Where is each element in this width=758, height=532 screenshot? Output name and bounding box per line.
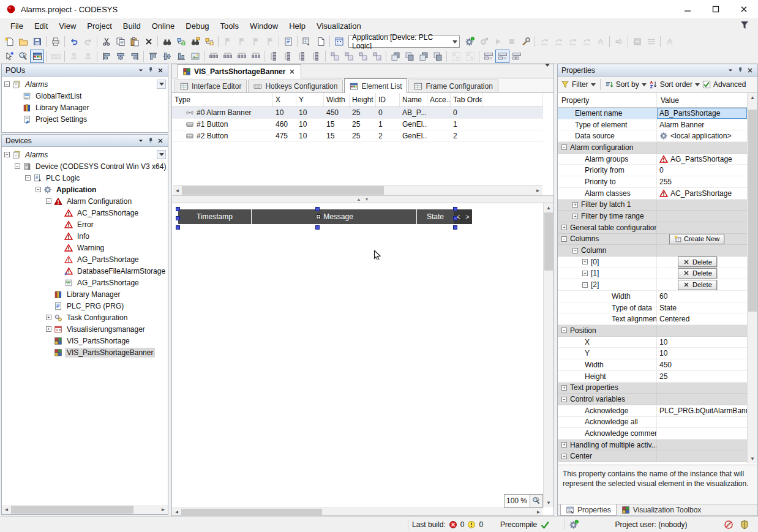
increase-horizontal-spacing-button[interactable] (220, 50, 235, 63)
property-expander[interactable]: + (561, 225, 567, 230)
menu-debug[interactable]: Debug (180, 18, 214, 34)
selection-handle[interactable] (315, 207, 320, 211)
group-elements-button[interactable] (449, 50, 463, 63)
advanced-checkbox[interactable]: Advanced (702, 80, 746, 89)
tree-item-ag-partsshortage[interactable]: AG_PartsShortage (2, 253, 168, 265)
insert-object-dropdown-button[interactable] (299, 35, 313, 48)
zoom-level[interactable]: 100 % (505, 495, 530, 507)
list-view-details-button[interactable] (495, 50, 509, 63)
bring-to-front-button[interactable] (388, 50, 402, 63)
logout-button[interactable] (476, 35, 490, 48)
tree-item-alarms[interactable]: −Alarms (2, 149, 168, 160)
column-header-type[interactable]: Type (172, 93, 273, 107)
background-image-button[interactable] (188, 50, 202, 63)
cut-button[interactable] (99, 35, 113, 48)
element-list-horizontal-scrollbar[interactable]: ◄► (173, 185, 542, 195)
scroll-right-arrow[interactable]: ► (533, 185, 542, 195)
property-expander[interactable]: − (561, 236, 567, 242)
menu-view[interactable]: View (53, 18, 81, 34)
property-row-handling-of-multiple-activ-[interactable]: +Handling of multiple activ... (558, 440, 747, 451)
chevron-down-icon[interactable] (157, 150, 166, 159)
property-row-columns[interactable]: −ColumnsCreate New (558, 234, 747, 245)
tree-expander[interactable]: − (4, 81, 10, 87)
remove-horizontal-spacing-button[interactable] (249, 50, 263, 63)
anchor-plus-icon[interactable] (315, 213, 322, 220)
property-expander[interactable]: + (572, 214, 578, 219)
property-row--0-[interactable]: +[0]Delete (558, 257, 747, 268)
find-in-project-button[interactable] (188, 35, 202, 48)
replace-in-project-button[interactable] (202, 35, 216, 48)
ungroup-elements-button[interactable] (463, 50, 477, 63)
open-project-button[interactable] (16, 35, 30, 48)
send-backward-button[interactable] (430, 50, 445, 63)
tree-item-vis-partsshortagebanner[interactable]: VIS_PartsShortageBanner (2, 347, 168, 358)
scroll-thumb[interactable] (544, 212, 553, 271)
column-header-x[interactable]: X (273, 93, 296, 107)
tree-item-device-codesys-control-win-v3-x64-[interactable]: −Device (CODESYS Control Win V3 x64) (2, 160, 168, 172)
send-to-back-button[interactable] (402, 50, 416, 63)
zoom-selection-tool-button[interactable] (16, 50, 30, 63)
property-row-general-table-configuration[interactable]: +General table configuration (558, 222, 747, 234)
active-application-combo[interactable]: Application [Device: PLC Logic] (348, 36, 460, 48)
property-expander[interactable]: + (561, 385, 567, 391)
minimize-button[interactable] (674, 0, 702, 18)
bottom-tab-properties[interactable]: Properties (560, 504, 617, 515)
copy-button[interactable] (113, 35, 127, 48)
column-header-name[interactable]: Name (400, 93, 427, 107)
editor-tab-vis-partsshortagebanner[interactable]: VIS_PartsShortageBanner (177, 64, 301, 78)
paste-object-button[interactable] (281, 35, 295, 48)
property-row-alarm-classes[interactable]: Alarm classesAC_PartsShortage (558, 188, 747, 200)
property-row-width[interactable]: Width450 (558, 359, 747, 371)
property-row-type-of-element[interactable]: Type of elementAlarm Banner (558, 119, 747, 131)
panel-menu-icon[interactable] (136, 136, 146, 146)
property-row-center[interactable]: +Center (558, 451, 747, 463)
save-button[interactable] (30, 35, 44, 48)
decrease-vertical-spacing-button[interactable] (295, 50, 309, 63)
tree-item-vis-partsshortage[interactable]: VIS_PartsShortage (2, 335, 168, 347)
increase-vertical-spacing-button[interactable] (281, 50, 295, 63)
column-header-acce-[interactable]: Acce... (427, 93, 451, 107)
property-row-alarm-configuration[interactable]: −Alarm configuration (558, 142, 747, 154)
chevron-down-icon[interactable] (157, 80, 166, 89)
bring-forward-button[interactable] (416, 50, 430, 63)
selection-handle[interactable] (453, 225, 457, 230)
step-out-button[interactable] (565, 35, 579, 48)
element-row[interactable]: #0 Alarm Banner1010450250AB_P...0 (172, 107, 543, 119)
tree-item-task-configuration[interactable]: +Task Configuration (2, 312, 168, 323)
menu-file[interactable]: File (5, 18, 29, 34)
list-view-icons-button[interactable] (509, 50, 523, 63)
property-row-y[interactable]: Y10 (558, 348, 747, 359)
hotkeys-view-button[interactable] (48, 50, 62, 63)
delete-button[interactable] (141, 35, 156, 48)
tree-item-alarms[interactable]: −Alarms (2, 78, 168, 90)
property-row-height[interactable]: Height25 (558, 371, 747, 383)
scroll-up-arrow[interactable]: ▲ (748, 93, 757, 102)
next-bookmark-button[interactable] (249, 35, 263, 48)
property-row-column[interactable]: −Column (558, 245, 747, 257)
paste-button[interactable] (127, 35, 141, 48)
close-icon[interactable] (745, 66, 755, 75)
start-button[interactable] (490, 35, 505, 48)
property-row-filter-by-latch-1[interactable]: +Filter by latch 1 (558, 200, 747, 211)
tree-item-library-manager[interactable]: Library Manager (2, 102, 168, 113)
force-values-button[interactable] (630, 35, 644, 48)
property-row-x[interactable]: X10 (558, 337, 747, 348)
select-element-tool-button[interactable] (2, 50, 16, 63)
chevron-down-icon[interactable] (451, 36, 459, 47)
delete-button[interactable]: Delete (678, 268, 717, 279)
property-row-type-of-data[interactable]: Type of dataState (558, 302, 747, 314)
align-center-vertical-button[interactable] (160, 50, 174, 63)
tree-item-ac-partsshortage[interactable]: AC_PartsShortage (2, 207, 168, 219)
splitter-handle[interactable]: ▲▼ (172, 195, 553, 203)
property-row-acknowledge-all[interactable]: Acknowledge all (558, 417, 747, 429)
bottom-tab-visualization-toolbox[interactable]: Visualization Toolbox (617, 504, 707, 515)
new-project-button[interactable] (2, 35, 16, 48)
tree-item-error[interactable]: Error (2, 219, 168, 230)
menu-project[interactable]: Project (81, 18, 117, 34)
scroll-down-arrow[interactable]: ▼ (544, 498, 553, 508)
tree-expander[interactable]: − (15, 163, 20, 169)
connection-disabled-icon[interactable] (724, 520, 734, 530)
tree-item-globaltextlist[interactable]: GlobalTextList (2, 90, 168, 102)
property-row-acknowledge[interactable]: AcknowledgePLC_PRG.bQuitAlarmBanner (558, 405, 747, 417)
menu-online[interactable]: Online (146, 18, 181, 34)
